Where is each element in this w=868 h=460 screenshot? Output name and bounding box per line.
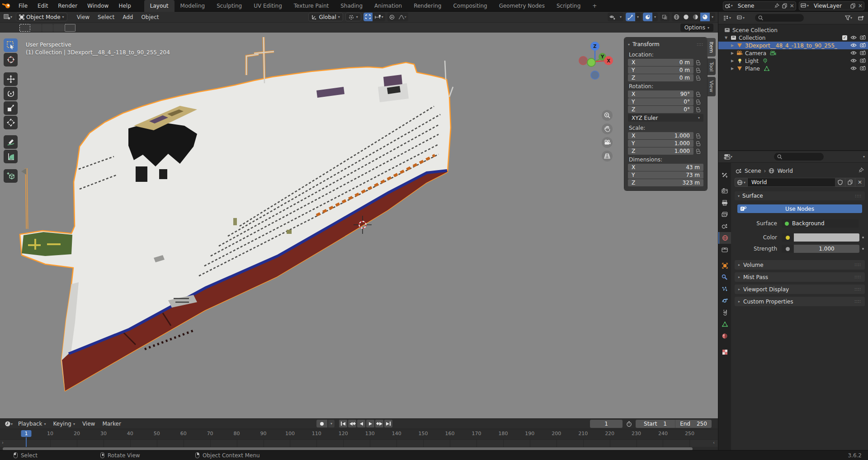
volume-panel-header[interactable]: ▸Volume:::: <box>735 260 865 270</box>
fake-user-shield-icon[interactable] <box>835 178 845 187</box>
menu-object[interactable]: Object <box>137 14 163 20</box>
tab-sculpting[interactable]: Sculpting <box>211 0 248 12</box>
location-y-field[interactable]: Y0 m <box>628 66 693 74</box>
dimensions-x-field[interactable]: X43 m <box>628 164 703 171</box>
world-name-field[interactable]: World <box>748 178 835 187</box>
menu-select[interactable]: Select <box>94 14 118 20</box>
shading-material[interactable] <box>691 13 700 21</box>
tool-rotate[interactable] <box>4 87 18 100</box>
timeline-collapse-right[interactable]: ‹ <box>713 440 715 445</box>
tab-scripting[interactable]: Scripting <box>551 0 586 12</box>
pin-icon[interactable] <box>859 167 864 174</box>
panel-collapse-icon[interactable]: ▾ <box>628 43 630 47</box>
menu-view[interactable]: View <box>73 14 94 20</box>
tab-uv-editing[interactable]: UV Editing <box>248 0 288 12</box>
shading-dropdown[interactable]: ▾ <box>710 13 715 21</box>
tab-tool[interactable] <box>718 169 731 181</box>
tab-collection[interactable] <box>718 244 731 256</box>
tab-object[interactable] <box>718 260 731 271</box>
tool-scale[interactable] <box>4 101 18 115</box>
tool-add-cube[interactable] <box>4 169 18 183</box>
jump-to-end-button[interactable] <box>384 420 392 427</box>
tool-select-box[interactable] <box>4 38 18 52</box>
current-frame-field[interactable]: 1 <box>590 420 623 428</box>
tab-constraints[interactable] <box>718 307 731 318</box>
gizmo-axis-y-neg[interactable] <box>587 58 596 67</box>
xray-toggle[interactable] <box>660 13 670 21</box>
filter-icon[interactable]: ▾ <box>843 12 854 24</box>
editor-type-icon[interactable]: ▾ <box>0 12 14 22</box>
copy-datablock-icon[interactable] <box>845 178 855 187</box>
lock-icon[interactable] <box>693 76 703 81</box>
animate-dot[interactable] <box>862 237 864 238</box>
snap-target-icon[interactable]: ▾ <box>373 13 385 21</box>
navigation-gizmo[interactable]: Z Y X <box>575 36 616 86</box>
menu-edit[interactable]: Edit <box>33 0 53 12</box>
lock-icon[interactable] <box>693 133 703 138</box>
lock-icon[interactable] <box>693 60 703 65</box>
render-visibility-icon[interactable] <box>860 43 866 49</box>
falloff-dropdown[interactable]: ▾ <box>396 13 408 21</box>
camera-view-button[interactable] <box>602 137 613 148</box>
sidebar-tab-view[interactable]: View <box>707 77 716 96</box>
tab-physics[interactable] <box>718 295 731 307</box>
tab-modifiers[interactable] <box>718 271 731 283</box>
tab-material[interactable] <box>718 330 731 342</box>
scene-name[interactable]: Scene <box>734 3 773 9</box>
rotation-y-field[interactable]: Y0° <box>628 98 693 105</box>
breadcrumb-world[interactable]: World <box>777 168 793 174</box>
timeline-expand-left[interactable]: › <box>2 440 4 445</box>
drag-dots-icon[interactable]: :::: <box>697 43 703 47</box>
gizmo-axis-z-neg[interactable] <box>590 71 599 80</box>
sidebar-tab-tool[interactable]: Tool <box>707 58 716 75</box>
tab-rendering[interactable]: Rendering <box>408 0 447 12</box>
tab-scene[interactable] <box>718 220 731 232</box>
jump-to-start-button[interactable] <box>339 420 347 427</box>
timeline-tracks[interactable] <box>0 439 718 447</box>
select-invert-button[interactable] <box>53 24 64 32</box>
overlays-toggle[interactable]: ▾ <box>643 13 658 21</box>
scale-y-field[interactable]: Y1.000 <box>628 140 693 147</box>
properties-editor-type-icon[interactable]: ▾ <box>722 151 734 162</box>
tool-cursor[interactable] <box>4 53 18 66</box>
scale-x-field[interactable]: X1.000 <box>628 132 693 139</box>
perspective-toggle-button[interactable] <box>602 151 613 161</box>
properties-search-input[interactable] <box>774 153 824 161</box>
viewlayer-browse-icon[interactable]: ▾ <box>799 2 810 10</box>
rotation-mode-dropdown[interactable]: XYZ Euler▾ <box>628 114 703 122</box>
gizmo-axis-x[interactable]: X <box>604 56 613 65</box>
lock-icon[interactable] <box>693 100 703 104</box>
scale-z-field[interactable]: Z1.000 <box>628 147 693 155</box>
outliner-row-object[interactable]: ▶ 3Dexport__48_4_-118_to_90_255_ <box>718 42 868 49</box>
shading-wireframe[interactable] <box>672 13 681 21</box>
hide-eye-icon[interactable] <box>850 43 857 49</box>
menu-render[interactable]: Render <box>53 0 82 12</box>
pin-icon[interactable] <box>773 2 781 10</box>
options-button[interactable]: Options▾ <box>680 24 713 32</box>
tool-annotate[interactable] <box>4 135 18 149</box>
surface-shader-field[interactable]: Background <box>782 219 859 228</box>
lock-icon[interactable] <box>693 141 703 146</box>
render-visibility-icon[interactable] <box>860 50 866 57</box>
expand-caret-icon[interactable]: ▼ <box>723 36 729 40</box>
tab-animation[interactable]: Animation <box>368 0 408 12</box>
outliner-display-mode-icon[interactable]: ▾ <box>721 12 733 24</box>
viewport-display-panel-header[interactable]: ▸Viewport Display:::: <box>735 285 865 294</box>
menu-help[interactable]: Help <box>113 0 136 12</box>
lock-icon[interactable] <box>693 92 703 97</box>
expand-caret-icon[interactable]: ▶ <box>729 51 736 55</box>
animate-dot[interactable] <box>862 248 864 250</box>
viewlayer-name[interactable]: ViewLayer <box>810 3 849 9</box>
current-frame-badge[interactable]: 1 <box>21 430 32 437</box>
tab-layout[interactable]: Layout <box>144 0 175 12</box>
expand-caret-icon[interactable]: ▶ <box>729 66 736 71</box>
menu-marker[interactable]: Marker <box>99 421 124 427</box>
playhead[interactable] <box>26 437 27 447</box>
hide-eye-icon[interactable] <box>850 58 857 64</box>
scene-browse-icon[interactable]: ▾ <box>723 2 734 10</box>
new-scene-icon[interactable] <box>781 2 788 10</box>
menu-file[interactable]: File <box>14 0 33 12</box>
outliner-row-light[interactable]: ▶ Light <box>718 57 868 65</box>
render-visibility-icon[interactable] <box>860 66 866 72</box>
mode-dropdown[interactable]: Object Mode ▾ <box>16 13 67 21</box>
